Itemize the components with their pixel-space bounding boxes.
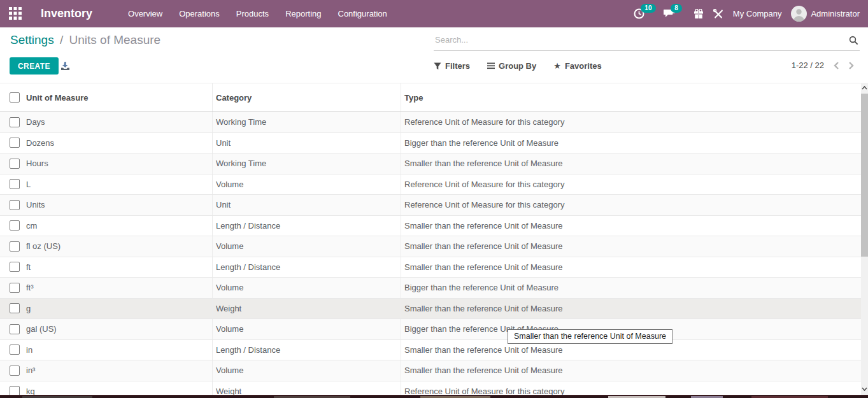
cell-type[interactable]: Smaller than the reference Unit of Measu… — [401, 216, 861, 236]
header-unit-of-measure[interactable]: Unit of Measure — [26, 93, 212, 103]
cell-type[interactable]: Smaller than the reference Unit of Measu… — [401, 257, 861, 278]
cell-unit-of-measure[interactable]: cm — [26, 221, 212, 231]
scrollbar-thumb[interactable] — [861, 94, 868, 257]
nav-menu-item[interactable]: Products — [236, 9, 269, 18]
cell-category[interactable]: Working Time — [212, 153, 401, 174]
export-button[interactable] — [60, 61, 70, 71]
table-row[interactable]: Units Unit Reference Unit of Measure for… — [0, 195, 861, 216]
cell-type[interactable]: Smaller than the reference Unit of Measu… — [401, 236, 861, 257]
cell-type[interactable]: Smaller than the reference Unit of Measu… — [401, 299, 861, 319]
table-row[interactable]: Dozens Unit Bigger than the reference Un… — [0, 133, 861, 154]
table-row[interactable]: fl oz (US) Volume Smaller than the refer… — [0, 236, 861, 257]
cell-category[interactable]: Volume — [212, 236, 401, 257]
table-row[interactable]: Days Working Time Reference Unit of Meas… — [0, 112, 861, 133]
cell-unit-of-measure[interactable]: ft — [26, 262, 212, 272]
cell-type[interactable]: Smaller than the reference Unit of Measu… — [401, 360, 861, 381]
cell-type[interactable]: Reference Unit of Measure for this categ… — [401, 174, 861, 195]
breadcrumb-settings-link[interactable]: Settings — [10, 33, 54, 46]
nav-menu-item[interactable]: Operations — [179, 9, 220, 18]
cell-unit-of-measure[interactable]: Hours — [26, 159, 212, 168]
row-checkbox[interactable] — [10, 220, 20, 231]
gift-icon — [694, 9, 704, 19]
header-category[interactable]: Category — [212, 83, 401, 111]
table-row[interactable]: in³ Volume Smaller than the reference Un… — [0, 360, 861, 381]
cell-type[interactable]: Bigger than the reference Unit of Measur… — [401, 278, 861, 298]
table-row[interactable]: gal (US) Volume Bigger than the referenc… — [0, 319, 861, 340]
row-checkbox[interactable] — [10, 303, 20, 313]
row-checkbox[interactable] — [10, 159, 20, 169]
cell-category[interactable]: Volume — [212, 174, 401, 195]
app-name[interactable]: Inventory — [41, 7, 92, 20]
select-all-checkbox[interactable] — [10, 92, 20, 103]
row-checkbox[interactable] — [10, 200, 20, 210]
table-row[interactable]: kg Weight Reference Unit of Measure for … — [0, 381, 861, 397]
cell-type[interactable]: Reference Unit of Measure for this categ… — [401, 112, 861, 132]
messages-button[interactable]: 8 — [664, 8, 684, 20]
vertical-scrollbar[interactable] — [861, 83, 868, 395]
table-row[interactable]: cm Length / Distance Smaller than the re… — [0, 216, 861, 237]
cell-unit-of-measure[interactable]: Dozens — [26, 138, 212, 148]
row-checkbox[interactable] — [10, 241, 20, 252]
cell-category[interactable]: Length / Distance — [212, 216, 401, 236]
cell-unit-of-measure[interactable]: fl oz (US) — [26, 241, 212, 251]
cell-category[interactable]: Volume — [212, 278, 401, 298]
cell-unit-of-measure[interactable]: in³ — [26, 366, 212, 375]
activities-button[interactable]: 10 — [634, 8, 654, 20]
nav-menu-item[interactable]: Configuration — [338, 9, 387, 18]
cell-type[interactable]: Reference Unit of Measure for this categ… — [401, 195, 861, 215]
cell-category[interactable]: Weight — [212, 381, 401, 397]
nav-menu-item[interactable]: Overview — [128, 9, 162, 18]
table-row[interactable]: L Volume Reference Unit of Measure for t… — [0, 174, 861, 195]
pager-next-button[interactable] — [848, 61, 855, 70]
filters-button[interactable]: Filters — [434, 61, 470, 71]
row-checkbox-cell — [0, 303, 26, 313]
table-row[interactable]: ft³ Volume Bigger than the reference Uni… — [0, 278, 861, 299]
favorites-button[interactable]: ★ Favorites — [553, 61, 601, 71]
scroll-down-button[interactable] — [861, 384, 868, 394]
company-menu[interactable]: My Company — [733, 9, 782, 18]
cell-category[interactable]: Volume — [212, 360, 401, 381]
cell-type[interactable]: Reference Unit of Measure for this categ… — [401, 381, 861, 397]
table-row[interactable]: ft Length / Distance Smaller than the re… — [0, 257, 861, 278]
cell-unit-of-measure[interactable]: L — [26, 180, 212, 189]
row-checkbox[interactable] — [10, 179, 20, 189]
cell-category[interactable]: Working Time — [212, 112, 401, 132]
cell-unit-of-measure[interactable]: g — [26, 304, 212, 313]
cell-unit-of-measure[interactable]: Units — [26, 200, 212, 210]
search-icon[interactable] — [849, 36, 858, 45]
gift-button[interactable] — [694, 9, 704, 19]
cell-unit-of-measure[interactable]: Days — [26, 117, 212, 127]
row-checkbox[interactable] — [10, 138, 20, 148]
cell-type[interactable]: Smaller than the reference Unit of Measu… — [401, 153, 861, 174]
create-button[interactable]: CREATE — [10, 57, 59, 75]
cell-category[interactable]: Volume — [212, 319, 401, 339]
table-row[interactable]: Hours Working Time Smaller than the refe… — [0, 153, 861, 174]
cell-unit-of-measure[interactable]: ft³ — [26, 283, 212, 292]
row-checkbox[interactable] — [10, 366, 20, 376]
cell-category[interactable]: Unit — [212, 133, 401, 153]
cell-unit-of-measure[interactable]: gal (US) — [26, 324, 212, 334]
group-by-button[interactable]: Group By — [487, 61, 536, 71]
pager-prev-button[interactable] — [833, 61, 839, 70]
cell-type[interactable]: Bigger than the reference Unit of Measur… — [401, 133, 861, 153]
apps-grid-icon[interactable] — [9, 7, 22, 20]
cell-category[interactable]: Length / Distance — [212, 257, 401, 278]
breadcrumb: Settings / Units of Measure — [10, 33, 160, 47]
user-menu[interactable]: Administrator — [791, 6, 860, 22]
row-checkbox[interactable] — [10, 283, 20, 293]
table-row[interactable]: g Weight Smaller than the reference Unit… — [0, 299, 861, 320]
row-checkbox[interactable] — [10, 345, 20, 355]
row-checkbox[interactable] — [10, 324, 20, 334]
table-row[interactable]: in Length / Distance Smaller than the re… — [0, 340, 861, 361]
scroll-up-button[interactable] — [861, 83, 868, 93]
cell-category[interactable]: Unit — [212, 195, 401, 215]
cell-category[interactable]: Length / Distance — [212, 340, 401, 360]
row-checkbox[interactable] — [10, 117, 20, 127]
nav-menu-item[interactable]: Reporting — [285, 9, 321, 18]
row-checkbox[interactable] — [10, 262, 20, 272]
cell-category[interactable]: Weight — [212, 299, 401, 319]
search-input[interactable] — [434, 31, 860, 51]
cell-unit-of-measure[interactable]: in — [26, 345, 212, 355]
header-type[interactable]: Type — [401, 83, 861, 111]
tools-button[interactable] — [713, 9, 723, 19]
